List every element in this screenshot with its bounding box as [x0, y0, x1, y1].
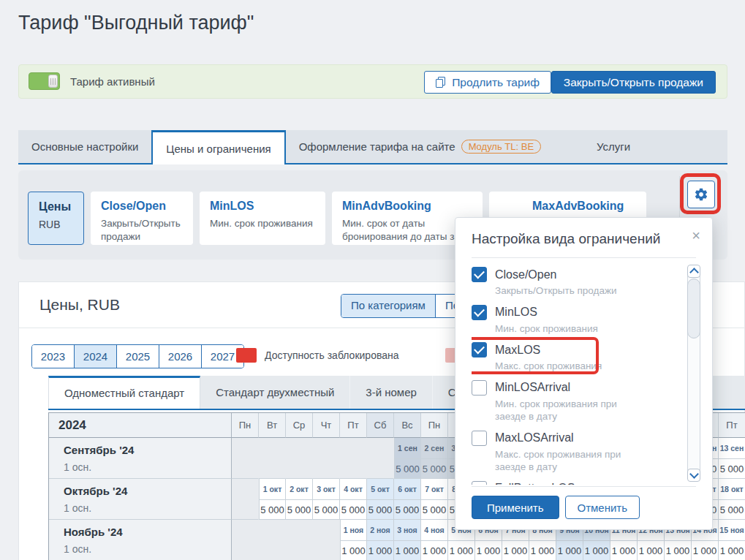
- restriction-checkbox-list: Close/OpenЗакрыть/Открыть продажиMinLOSМ…: [472, 267, 684, 485]
- calendar-date-cell[interactable]: 5 окт: [367, 479, 394, 500]
- calendar-date-cell[interactable]: 2 ноя: [367, 520, 394, 541]
- calendar-date-cell[interactable]: 3 ноя: [394, 520, 421, 541]
- checkbox-maxlosarrival[interactable]: [472, 431, 487, 446]
- calendar-price-cell[interactable]: 5 000: [394, 459, 421, 479]
- popup-title: Настройка вида ограничений: [472, 231, 696, 247]
- scroll-up-button[interactable]: [687, 265, 700, 278]
- calendar-price-cell[interactable]: 1 000: [502, 541, 529, 560]
- restriction-item-subtitle: Закрыть/Открыть продажи: [495, 284, 641, 298]
- calendar-date-cell[interactable]: 4 ноя: [421, 520, 448, 541]
- calendar-price-cell[interactable]: 5 000: [313, 500, 340, 520]
- calendar-price-cell[interactable]: 1 000: [529, 541, 556, 560]
- close-open-sales-button[interactable]: Закрыть/Открыть продажи: [551, 71, 716, 94]
- restriction-settings-gear-button[interactable]: [687, 181, 715, 208]
- restriction-item-minlosarrival: MinLOSArrivalМин. срок проживания при за…: [472, 380, 684, 423]
- calendar-price-cell[interactable]: 1 000: [340, 541, 367, 560]
- year-button-2025[interactable]: 2025: [116, 345, 159, 368]
- calendar-price-cell[interactable]: 1 000: [692, 541, 719, 560]
- calendar-price-cell[interactable]: 1 000: [367, 541, 394, 560]
- calendar-year-cell: 2024: [49, 413, 232, 438]
- checkbox-minlosarrival[interactable]: [472, 380, 487, 396]
- calendar-date-cell[interactable]: 13 сен: [719, 438, 745, 459]
- calendar-price-cell[interactable]: 1 000: [719, 541, 745, 560]
- calendar-empty-cell: [232, 438, 259, 459]
- category-tab-1[interactable]: Стандарт двухместный: [200, 376, 350, 409]
- calendar-date-cell[interactable]: 2 сен: [421, 438, 448, 459]
- calendar-price-cell[interactable]: 1 000: [556, 541, 583, 560]
- year-button-2023[interactable]: 2023: [32, 345, 74, 368]
- calendar-date-cell[interactable]: 4 окт: [340, 479, 367, 500]
- restriction-item-maxlos: MaxLOSМакс. срок проживания: [472, 342, 684, 373]
- calendar-empty-cell: [232, 459, 259, 479]
- checkbox-fullpatternlos[interactable]: [472, 481, 487, 485]
- main-tab-bar: Основные настройки Цены и ограничения Оф…: [18, 130, 727, 164]
- restriction-item-row: Close/Open: [472, 267, 684, 282]
- calendar-date-cell[interactable]: 18 окт: [719, 479, 745, 500]
- checkbox-minlos[interactable]: [472, 305, 487, 320]
- category-tab-0[interactable]: Одноместный стандарт: [48, 376, 200, 409]
- view-toggle: По категориям По: [341, 294, 469, 318]
- legend-blocked: Доступность заблокирована: [236, 348, 399, 363]
- restriction-item-subtitle: Мин. срок проживания при заезде в дату: [495, 398, 641, 423]
- extend-tariff-button[interactable]: Продлить тариф: [424, 71, 551, 94]
- tab-main-settings[interactable]: Основные настройки: [18, 130, 151, 163]
- close-icon[interactable]: ×: [692, 228, 700, 243]
- tariff-status-label: Тариф активный: [70, 75, 155, 88]
- calendar-empty-cell: [313, 541, 340, 560]
- calendar-price-cell[interactable]: 5 000: [340, 500, 367, 520]
- calendar-price-cell[interactable]: 1 000: [583, 541, 610, 560]
- calendar-price-cell[interactable]: 5 000: [259, 500, 286, 520]
- scroll-down-button[interactable]: [687, 469, 700, 482]
- year-button-2026[interactable]: 2026: [159, 345, 201, 368]
- calendar-price-cell[interactable]: 5 000: [719, 459, 745, 479]
- calendar-price-cell[interactable]: 1 000: [665, 541, 692, 560]
- month-label: Октябрь '241 осн.: [49, 479, 232, 520]
- calendar-date-cell[interactable]: 1 окт: [259, 479, 286, 500]
- calendar-empty-cell: [367, 438, 394, 459]
- card-close-open[interactable]: Close/Open Закрыть/Открыть продажи: [91, 192, 193, 245]
- category-tab-2[interactable]: 3-й номер: [350, 376, 433, 409]
- tab-services[interactable]: Услуги: [583, 130, 643, 163]
- calendar-empty-cell: [313, 520, 340, 541]
- calendar-date-cell[interactable]: 7 окт: [421, 479, 448, 500]
- calendar-date-cell[interactable]: 6 окт: [394, 479, 421, 500]
- calendar-price-cell[interactable]: 1 000: [394, 541, 421, 560]
- view-by-categories-button[interactable]: По категориям: [341, 295, 435, 317]
- tab-site-appearance[interactable]: Оформление тарифа на сайте Модуль TL: BE: [286, 130, 554, 163]
- apply-button[interactable]: Применить: [472, 496, 559, 519]
- gear-icon: [694, 187, 708, 202]
- calendar-empty-cell: [259, 541, 286, 560]
- calendar-price-cell[interactable]: 5 000: [286, 500, 313, 520]
- calendar-price-cell[interactable]: 1 000: [421, 541, 448, 560]
- legend-blocked-label: Доступность заблокирована: [265, 349, 399, 361]
- card-minlos[interactable]: MinLOS Мин. срок проживания: [200, 192, 325, 245]
- scrollbar-thumb[interactable]: [687, 279, 700, 338]
- calendar-empty-cell: [286, 459, 313, 479]
- cancel-button[interactable]: Отменить: [565, 496, 640, 519]
- status-bar: Тариф активный Продлить тариф Закрыть/От…: [18, 64, 727, 99]
- restriction-item-fullpatternlos: FullPatternLOS: [472, 481, 684, 485]
- calendar-empty-cell: [232, 520, 259, 541]
- calendar-price-cell[interactable]: 1 000: [448, 541, 475, 560]
- calendar-price-cell[interactable]: 1 000: [610, 541, 638, 560]
- calendar-date-cell[interactable]: 15 ноя: [719, 520, 745, 541]
- calendar-price-cell[interactable]: 1 000: [475, 541, 502, 560]
- calendar-date-cell[interactable]: 1 сен: [394, 438, 421, 459]
- checkbox-close/open[interactable]: [472, 267, 487, 282]
- popup-footer-divider: [472, 486, 696, 487]
- calendar-price-cell[interactable]: 5 000: [421, 500, 448, 520]
- calendar-price-cell[interactable]: 5 000: [719, 500, 745, 520]
- calendar-price-cell[interactable]: 5 000: [367, 500, 394, 520]
- year-button-2024[interactable]: 2024: [74, 345, 116, 368]
- calendar-price-cell[interactable]: 5 000: [394, 500, 421, 520]
- chevron-down-icon: [689, 469, 699, 479]
- tab-prices-restrictions[interactable]: Цены и ограничения: [151, 130, 285, 164]
- tariff-active-toggle[interactable]: [29, 72, 60, 90]
- checkbox-maxlos[interactable]: [472, 342, 487, 357]
- calendar-date-cell[interactable]: 3 окт: [313, 479, 340, 500]
- calendar-price-cell[interactable]: 1 000: [638, 541, 665, 560]
- calendar-date-cell[interactable]: 2 окт: [286, 479, 313, 500]
- calendar-date-cell[interactable]: 1 ноя: [340, 520, 367, 541]
- calendar-price-cell[interactable]: 5 000: [421, 459, 448, 479]
- card-prices[interactable]: Цены RUB: [28, 192, 84, 245]
